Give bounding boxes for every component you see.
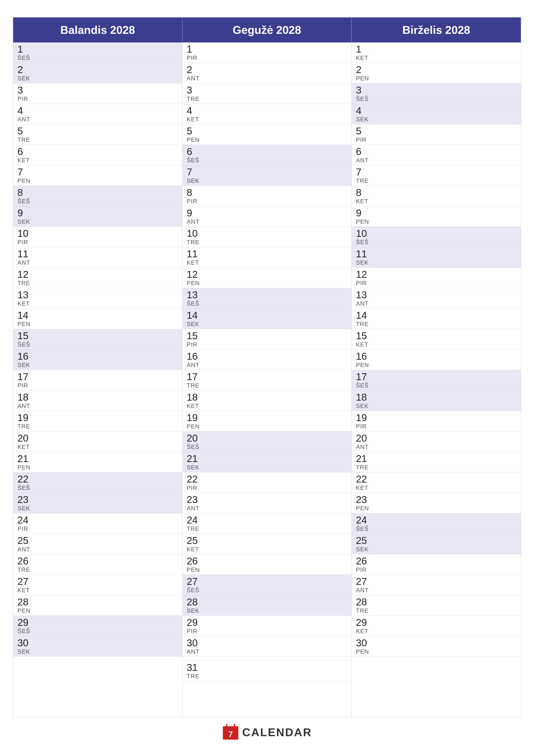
day-number: 30 [356,638,517,648]
day-row: 7TRE [352,165,521,186]
day-row: 7PEN [13,165,182,186]
day-name: TRE [17,423,178,430]
day-row: 9ANT [182,206,351,227]
day-row: 1KET [352,42,521,63]
day-name: KET [356,484,517,491]
day-row: 5PIR [352,124,521,145]
day-number: 2 [187,65,347,74]
day-number: 18 [356,392,517,402]
day-row: 30PEN [352,636,521,657]
day-name: ANT [187,648,347,655]
day-number: 8 [17,187,178,198]
day-number: 28 [17,597,178,607]
day-name: SEK [17,505,178,512]
day-row: 9PEN [352,206,521,227]
day-row: 13ANT [352,288,521,309]
day-number: 23 [356,495,517,504]
day-name: PIR [187,341,347,348]
day-name: PEN [187,423,347,430]
day-name: PIR [187,628,347,635]
calendar-grid: Balandis 20281ŠEŠ2SEK3PIR4ANT5TRE6KET7PE… [13,17,521,717]
day-number: 16 [356,351,517,361]
day-name: ŠEŠ [187,587,347,594]
day-name: PEN [187,280,347,286]
day-name: PEN [17,464,178,471]
day-number: 6 [187,147,347,156]
day-number: 20 [187,433,347,443]
day-row: 18ANT [13,391,182,411]
day-row: 22ŠEŠ [13,472,182,493]
day-name: PIR [356,280,517,286]
day-row: 13ŠEŠ [182,288,351,309]
day-row: 13KET [13,288,182,309]
day-row: 27KET [13,575,182,595]
day-row: 4ANT [13,104,182,124]
day-number: 23 [17,495,178,504]
day-name: PEN [356,362,517,368]
day-row: 8KET [352,186,521,206]
day-number: 2 [17,65,178,74]
day-name: TRE [187,239,347,246]
day-number: 7 [356,167,517,177]
day-row: 29ŠEŠ [13,616,182,636]
day-number: 18 [17,392,178,402]
day-row: 26TRE [13,554,182,575]
day-row: 15KET [352,329,521,350]
day-number: 8 [356,187,517,198]
day-number: 2 [356,65,517,74]
day-row: 3TRE [182,83,351,104]
day-name: PIR [187,484,347,491]
day-name: PEN [187,566,347,573]
day-name: ŠEŠ [356,526,517,532]
day-number: 19 [17,413,178,422]
day-number: 21 [17,454,178,464]
day-number: 14 [17,310,178,320]
day-row: 17PIR [13,370,182,391]
day-row: 4KET [182,104,351,124]
day-row: 12TRE [13,268,182,288]
day-number: 24 [356,515,517,525]
day-name: PIR [356,136,517,143]
day-row: 5TRE [13,124,182,145]
day-name: SEK [356,259,517,266]
day-name: KET [187,116,347,123]
calendar-logo-icon: 7 [222,724,239,741]
day-row: 8ŠEŠ [13,186,182,206]
day-number: 22 [17,474,178,484]
day-number: 28 [356,597,517,607]
day-number: 12 [17,269,178,279]
day-row: 19PIR [352,411,521,431]
month2-footer [182,657,351,661]
day-number: 4 [187,106,347,116]
day-name: ŠEŠ [356,382,517,389]
day-number: 17 [356,372,517,382]
svg-text:7: 7 [228,730,233,739]
day-number: 25 [17,535,178,546]
day-name: SEK [356,403,517,410]
day-number: 15 [356,331,517,341]
day-number: 24 [187,515,347,525]
day-row: 10PIR [13,227,182,247]
day-name: ŠEŠ [356,239,517,246]
month-header-2: Birželis 2028 [352,17,521,42]
day-row: 19PEN [182,411,351,431]
page: Balandis 20281ŠEŠ2SEK3PIR4ANT5TRE6KET7PE… [0,0,534,756]
day-row: 20ŠEŠ [182,431,351,452]
day-row: 21TRE [352,452,521,472]
day-name: ŠEŠ [17,198,178,205]
day-number: 28 [187,597,347,607]
day-name: KET [17,444,178,450]
day-name: TRE [356,177,517,184]
day-number: 17 [17,372,178,382]
day-row: 2SEK [13,63,182,83]
day-name: ŠEŠ [187,157,347,164]
day-number: 22 [356,474,517,484]
day-row: 23SEK [13,493,182,513]
day-number: 1 [187,44,347,54]
day-number: 6 [17,147,178,156]
day-number: 24 [17,515,178,525]
day-number: 27 [187,577,347,586]
day-number: 10 [187,229,347,238]
day-number: 27 [356,577,517,586]
day-number: 15 [17,331,178,341]
